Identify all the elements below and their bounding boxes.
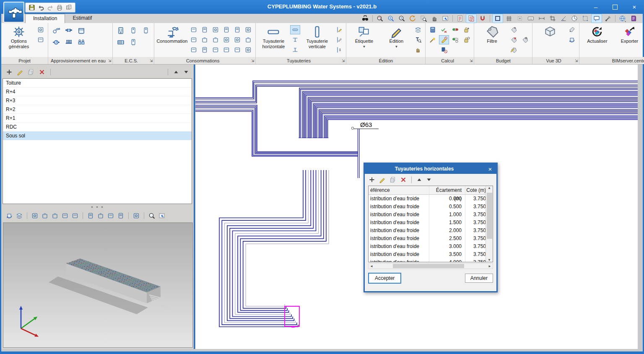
dialog-launcher-icon[interactable]: ⇲ [470,59,474,63]
text-search-button[interactable] [413,35,423,44]
cube-icon[interactable] [41,212,49,220]
section-z-icon[interactable] [107,212,114,220]
previous-view-button[interactable] [440,14,450,23]
column-header-cartement-m[interactable]: Écartement (m) [429,186,465,194]
up-icon[interactable] [416,176,423,183]
globe-button[interactable] [618,14,628,23]
cancel-button[interactable]: Annuler [465,274,493,283]
kitchen-sink-button[interactable] [221,45,231,54]
tab-estimatif[interactable]: Estimatif [65,14,99,23]
dialog-launcher-icon[interactable]: ⇲ [150,59,154,63]
flashlight-button[interactable] [567,25,577,34]
keyboard-button[interactable] [526,14,536,23]
cube-rotate-icon[interactable] [51,212,59,220]
tag-delete-button[interactable] [509,35,519,44]
down-icon[interactable] [183,69,190,75]
floor-item-r-4[interactable]: R+4 [3,88,192,96]
pump-group-button[interactable] [75,37,87,48]
print-icon[interactable] [56,4,63,11]
dialog-launcher-icon[interactable]: ⇲ [251,59,256,63]
eraser-button[interactable] [439,35,449,44]
tag-add-button[interactable] [509,25,519,34]
manifold-button[interactable] [63,37,75,48]
floor-item-r-3[interactable]: R+3 [3,96,192,105]
comment-button[interactable] [591,14,602,23]
dropdown-arrow-icon[interactable]: ▼ [395,45,398,49]
pipe-edit2-button[interactable] [334,35,344,44]
column-header-cote-m[interactable]: Cote (m) [465,186,488,194]
pipe-move-button[interactable] [334,45,344,54]
wand-button[interactable] [428,35,438,44]
scroll-down-icon[interactable]: ▼ [488,258,491,262]
pipe-rise-button[interactable] [290,45,300,54]
water-tank-button[interactable] [75,25,87,36]
axes-icon[interactable] [31,212,39,220]
pan-button[interactable] [429,14,439,23]
tiquette-button[interactable]: Étiquette▼ [348,24,379,49]
ortho-button[interactable] [515,14,525,23]
rotate-3d-button[interactable] [567,35,577,44]
copy-icon[interactable] [27,68,35,76]
calculator-button[interactable] [428,25,438,34]
scroll-up-icon[interactable]: ▲ [488,186,491,190]
dxf-layers-button[interactable] [466,14,477,23]
zoom-fit-button[interactable] [386,14,396,23]
table-row[interactable]: istribution d'eau froide2.5003.750 [369,235,493,243]
redraw-button[interactable] [408,14,418,23]
floor-item-r-1[interactable]: R+1 [3,114,192,123]
dropdown-arrow-icon[interactable]: ▼ [362,45,366,49]
dialog-launcher-icon[interactable]: ⇲ [108,59,113,63]
protractor-button[interactable] [558,14,569,23]
water-heater-button[interactable] [140,25,152,36]
water-heater-button[interactable] [127,37,139,48]
dialog-launcher-icon[interactable]: ⇲ [342,59,346,63]
hand-pick-button[interactable] [413,45,423,54]
table-row[interactable]: istribution d'eau froide1.0003.750 [369,211,493,219]
shower-button[interactable] [189,45,199,54]
calc-delete-button[interactable] [439,45,449,54]
down-icon[interactable] [426,176,432,183]
table-row[interactable]: istribution d'eau froide4.0003.750 [369,258,493,262]
floor-item-rdc[interactable]: RDC [3,123,192,132]
bathtub-button[interactable] [200,25,210,34]
save-icon[interactable] [28,4,36,11]
column-header-f-rence[interactable]: éférence [369,186,429,194]
orbit-icon[interactable] [71,212,79,220]
edit-icon[interactable] [16,68,24,76]
floor-item-toiture[interactable]: Toiture [3,79,192,88]
maximize-button[interactable] [605,0,625,14]
cube-3d-button[interactable] [535,24,566,39]
delete-icon[interactable] [38,68,46,76]
table-row[interactable]: istribution d'eau froide0.5003.750 [369,203,493,211]
pie-button[interactable] [569,14,579,23]
scroll-left-icon[interactable]: ◄ [370,264,373,268]
print-preview-icon[interactable] [65,4,73,11]
minimize-button[interactable]: – [586,0,605,14]
layers-button[interactable] [413,25,423,34]
table-row[interactable]: istribution d'eau froide1.5003.750 [369,219,493,227]
window-frame-button[interactable] [492,14,503,23]
zoom-window-button[interactable] [418,14,428,23]
edit-icon[interactable] [379,176,386,183]
actualiser-button[interactable]: Actualiser [582,24,613,44]
roller-button[interactable] [36,35,46,44]
toilet4-button[interactable] [243,45,253,54]
scroll-right-icon[interactable]: ► [488,264,491,268]
table-row[interactable]: istribution d'eau froide2.0003.750 [369,227,493,235]
tag-check-button[interactable] [509,45,519,54]
pipe-union-button[interactable] [63,25,75,36]
help-book-button[interactable] [628,14,639,23]
supply-faucet-button[interactable] [50,25,62,36]
tag-view-button[interactable] [520,35,530,44]
toggle-on-button[interactable] [450,25,460,34]
zoom-icon[interactable] [148,212,156,220]
boiler-button[interactable] [115,25,127,36]
redo-icon[interactable] [47,4,54,11]
zoom-x2-button[interactable] [397,14,407,23]
hide-icon[interactable] [117,212,125,220]
lock-config-button[interactable] [462,35,472,44]
zoom-previous-button[interactable] [375,14,385,23]
grid-button[interactable] [504,14,514,23]
view3d-viewport[interactable] [3,222,193,348]
exporter-button[interactable]: Exporter [614,24,644,44]
